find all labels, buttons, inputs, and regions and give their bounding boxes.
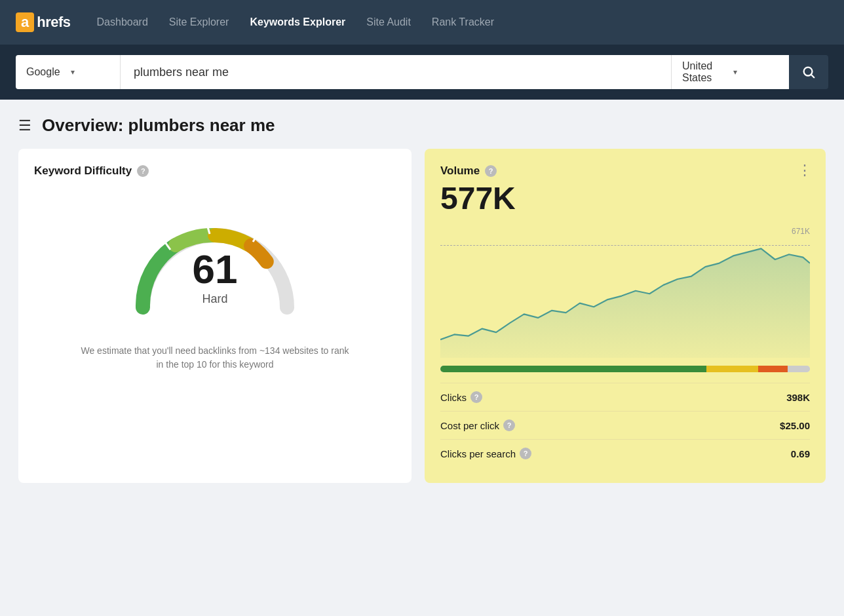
volume-help-icon[interactable]: ? — [485, 165, 497, 177]
stats-bar-green — [440, 366, 706, 372]
menu-icon[interactable]: ☰ — [18, 117, 31, 134]
cpc-label: Cost per click ? — [440, 419, 515, 431]
nav-site-explorer[interactable]: Site Explorer — [169, 14, 229, 31]
chart-dashed-line — [440, 245, 810, 246]
keyword-input[interactable] — [121, 55, 671, 89]
svg-line-1 — [811, 75, 814, 77]
country-select[interactable]: United States ▾ — [671, 55, 789, 89]
kd-score: 61 — [193, 249, 238, 290]
search-button[interactable] — [789, 55, 828, 89]
country-chevron-icon: ▾ — [733, 67, 779, 77]
gauge-center: 61 Hard — [193, 249, 238, 306]
stats-bar-orange — [758, 366, 788, 372]
cpc-value: $25.00 — [780, 420, 810, 431]
metric-row-cps: Clicks per search ? 0.69 — [440, 439, 810, 467]
kd-description: We estimate that you'll need backlinks f… — [77, 344, 353, 372]
engine-label: Google — [26, 66, 66, 78]
country-label: United States — [682, 60, 728, 84]
logo-icon: a — [16, 12, 34, 32]
volume-chart: 671K — [440, 227, 810, 358]
clicks-help-icon[interactable]: ? — [470, 391, 482, 403]
kd-label: Hard — [193, 292, 238, 306]
gauge-container: 61 Hard — [123, 196, 307, 327]
nav-keywords-explorer[interactable]: Keywords Explorer — [250, 14, 345, 31]
nav-dashboard[interactable]: Dashboard — [97, 14, 148, 31]
metrics-table: Clicks ? 398K Cost per click ? $25.00 Cl… — [440, 383, 810, 467]
page-header: ☰ Overview: plumbers near me — [18, 115, 826, 136]
page-title: Overview: plumbers near me — [42, 115, 275, 136]
cpc-help-icon[interactable]: ? — [503, 419, 515, 431]
nav-site-audit[interactable]: Site Audit — [366, 14, 411, 31]
logo-text: hrefs — [37, 14, 70, 31]
stats-bar-gray — [788, 366, 810, 372]
kd-header: Keyword Difficulty ? — [34, 164, 149, 178]
kd-title: Keyword Difficulty — [34, 164, 132, 178]
kd-card: Keyword Difficulty ? — [18, 149, 412, 483]
search-bar: Google ▾ United States ▾ — [0, 45, 844, 100]
stats-bar — [440, 366, 810, 372]
cps-value: 0.69 — [791, 448, 810, 459]
clicks-label: Clicks ? — [440, 391, 482, 403]
stats-bar-yellow — [706, 366, 758, 372]
logo[interactable]: a hrefs — [16, 12, 71, 32]
kd-help-icon[interactable]: ? — [137, 165, 149, 177]
volume-chart-svg — [440, 227, 810, 358]
main-content: ☰ Overview: plumbers near me Keyword Dif… — [0, 100, 844, 499]
chart-max-label: 671K — [792, 227, 810, 236]
metric-row-clicks: Clicks ? 398K — [440, 383, 810, 411]
volume-header: Volume ? — [440, 164, 810, 178]
volume-title: Volume — [440, 164, 480, 178]
search-icon — [801, 65, 816, 79]
cps-label: Clicks per search ? — [440, 448, 531, 459]
metric-row-cpc: Cost per click ? $25.00 — [440, 411, 810, 439]
nav-rank-tracker[interactable]: Rank Tracker — [432, 14, 494, 31]
engine-chevron-icon: ▾ — [71, 67, 110, 77]
volume-more-icon[interactable]: ⋮ — [797, 162, 813, 179]
engine-select[interactable]: Google ▾ — [16, 55, 121, 89]
clicks-value: 398K — [786, 392, 810, 403]
cps-help-icon[interactable]: ? — [520, 448, 531, 459]
volume-card: Volume ? ⋮ 577K 671K — [425, 149, 826, 483]
volume-value: 577K — [440, 180, 810, 216]
cards-row: Keyword Difficulty ? — [18, 149, 826, 483]
navbar: a hrefs Dashboard Site Explorer Keywords… — [0, 0, 844, 45]
